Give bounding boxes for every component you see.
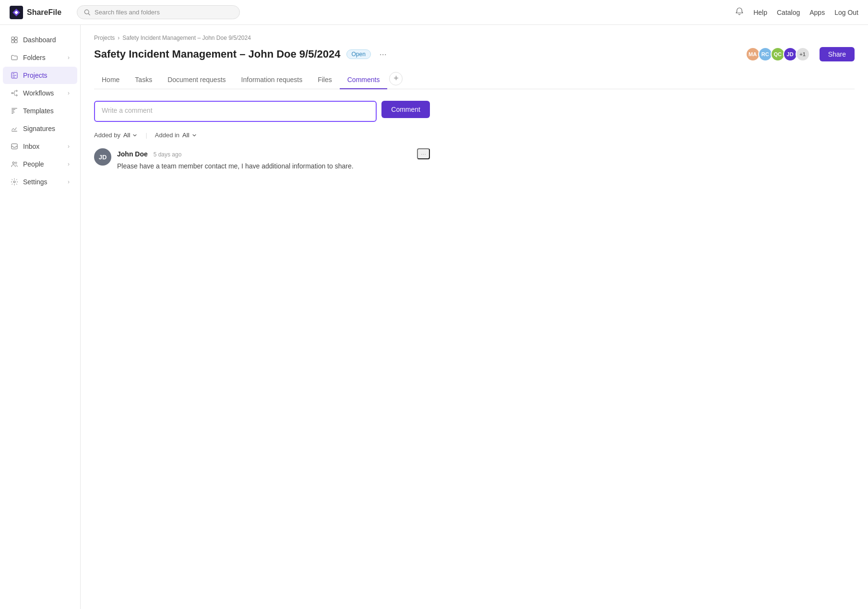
sidebar-label-people: People <box>23 160 44 168</box>
chevron-right-icon-people: › <box>68 161 70 167</box>
apps-link[interactable]: Apps <box>809 9 825 16</box>
tab-information-requests[interactable]: Information requests <box>234 71 310 89</box>
filter-row: Added by All | Added in <box>94 131 430 139</box>
sidebar: Dashboard Folders › <box>0 25 81 609</box>
sidebar-label-workflows: Workflows <box>23 89 54 97</box>
page-title: Safety Incident Management – John Doe 9/… <box>94 48 341 60</box>
logout-link[interactable]: Log Out <box>834 9 858 16</box>
added-in-value: All <box>182 131 189 139</box>
dashboard-icon <box>11 36 18 44</box>
sidebar-label-dashboard: Dashboard <box>23 36 56 44</box>
catalog-link[interactable]: Catalog <box>777 9 800 16</box>
comment-author: John Doe <box>117 150 148 158</box>
tab-files[interactable]: Files <box>310 71 340 89</box>
sidebar-item-templates[interactable]: Templates <box>3 102 77 119</box>
tab-tasks[interactable]: Tasks <box>127 71 160 89</box>
main-area: Dashboard Folders › <box>0 25 868 609</box>
sidebar-label-folders: Folders <box>23 54 46 61</box>
chevron-right-icon-workflows: › <box>68 90 70 96</box>
comment-time: 5 days ago <box>154 151 182 158</box>
help-link[interactable]: Help <box>753 9 767 16</box>
tab-home[interactable]: Home <box>94 71 127 89</box>
comment-avatar: JD <box>94 148 111 166</box>
comment-options-button[interactable]: ··· <box>417 148 430 159</box>
added-in-filter: Added in All <box>155 131 197 139</box>
more-options-button[interactable]: ··· <box>377 48 390 60</box>
tab-comments[interactable]: Comments <box>340 71 388 89</box>
tabs: Home Tasks Document requests Information… <box>94 71 855 89</box>
projects-icon <box>11 72 18 79</box>
svg-point-8 <box>16 90 17 92</box>
page-header: Safety Incident Management – John Doe 9/… <box>94 47 855 61</box>
comments-list: JD John Doe 5 days ago ··· Please have <box>94 148 430 171</box>
comment-input[interactable] <box>94 101 377 122</box>
share-button[interactable]: Share <box>820 47 855 61</box>
breadcrumb-current: Safety Incident Management – John Doe 9/… <box>122 35 251 41</box>
status-badge: Open <box>346 49 371 59</box>
topbar: ShareFile Search files and folders Help … <box>0 0 868 25</box>
avatars-group: MA RC QC JD +1 <box>746 47 810 61</box>
tab-document-requests[interactable]: Document requests <box>160 71 233 89</box>
added-in-label: Added in <box>155 131 179 139</box>
logo-icon <box>10 6 23 19</box>
signatures-icon <box>11 125 18 132</box>
people-icon <box>11 160 18 168</box>
workflows-icon <box>11 89 18 97</box>
search-bar[interactable]: Search files and folders <box>77 5 240 19</box>
sidebar-item-workflows[interactable]: Workflows › <box>3 84 77 102</box>
sidebar-item-folders[interactable]: Folders › <box>3 49 77 66</box>
comment-item: JD John Doe 5 days ago ··· Please have <box>94 148 430 171</box>
chevron-right-icon-settings: › <box>68 179 70 185</box>
svg-point-9 <box>16 95 17 96</box>
content-area: Projects › Safety Incident Management – … <box>81 25 868 609</box>
breadcrumb-projects[interactable]: Projects <box>94 35 115 41</box>
templates-icon <box>11 107 18 115</box>
sidebar-label-settings: Settings <box>23 178 48 186</box>
svg-point-13 <box>13 181 15 183</box>
svg-point-7 <box>12 93 13 94</box>
sidebar-item-settings[interactable]: Settings › <box>3 173 77 191</box>
svg-rect-2 <box>12 37 14 39</box>
settings-icon <box>11 178 18 186</box>
sidebar-label-signatures: Signatures <box>23 125 55 132</box>
app-container: ShareFile Search files and folders Help … <box>0 0 868 609</box>
sidebar-label-templates: Templates <box>23 107 54 115</box>
chevron-right-icon-inbox: › <box>68 143 70 150</box>
topbar-actions: Help Catalog Apps Log Out <box>735 7 858 17</box>
folders-icon <box>11 54 18 61</box>
comment-text: Please have a team member contact me, I … <box>117 161 430 171</box>
breadcrumb-separator: › <box>118 35 119 41</box>
svg-rect-4 <box>12 40 14 43</box>
breadcrumb: Projects › Safety Incident Management – … <box>94 35 855 41</box>
search-placeholder: Search files and folders <box>95 9 160 16</box>
add-tab-button[interactable]: + <box>389 72 403 85</box>
sidebar-item-projects[interactable]: Projects <box>3 67 77 84</box>
chevron-right-icon: › <box>68 54 70 61</box>
logo-text: ShareFile <box>27 8 61 17</box>
added-by-filter: Added by All <box>94 131 138 139</box>
sidebar-label-inbox: Inbox <box>23 143 39 150</box>
svg-rect-5 <box>15 40 17 43</box>
content-inner: Projects › Safety Incident Management – … <box>81 25 868 189</box>
comment-submit-button[interactable]: Comment <box>381 101 430 118</box>
comment-body: John Doe 5 days ago ··· Please have a te… <box>117 148 430 171</box>
sidebar-item-inbox[interactable]: Inbox › <box>3 138 77 155</box>
chevron-down-icon <box>132 132 138 138</box>
svg-point-11 <box>12 162 14 164</box>
comments-area: Comment Added by All <box>94 101 430 171</box>
svg-rect-3 <box>15 37 17 39</box>
avatar-extra: +1 <box>796 47 810 61</box>
comment-input-row: Comment <box>94 101 430 122</box>
added-by-select[interactable]: All <box>123 131 138 139</box>
chevron-down-icon-2 <box>191 132 197 138</box>
added-by-label: Added by <box>94 131 120 139</box>
logo[interactable]: ShareFile <box>10 6 61 19</box>
sidebar-item-dashboard[interactable]: Dashboard <box>3 31 77 48</box>
search-icon <box>84 9 91 16</box>
added-in-select[interactable]: All <box>182 131 197 139</box>
sidebar-item-people[interactable]: People › <box>3 155 77 173</box>
bell-icon[interactable] <box>735 7 744 17</box>
added-by-value: All <box>123 131 130 139</box>
inbox-icon <box>11 143 18 150</box>
sidebar-item-signatures[interactable]: Signatures <box>3 120 77 137</box>
